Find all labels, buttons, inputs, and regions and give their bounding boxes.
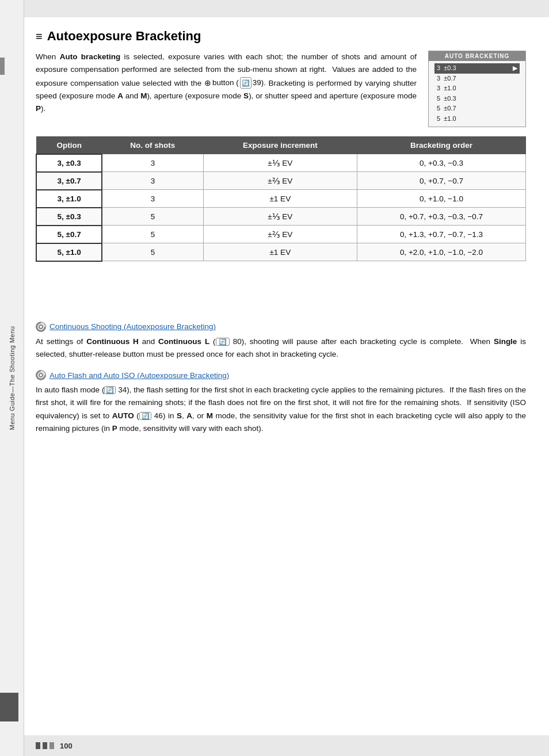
- spacer: [36, 276, 526, 322]
- menu-item-0: 3 ±0.3 ▶: [434, 63, 520, 74]
- intro-text: When Auto bracketing is selected, exposu…: [36, 51, 417, 115]
- increment-cell-3: ±⅓ EV: [203, 208, 357, 226]
- sidebar-label: Menu Guide—The Shooting Menu: [8, 320, 16, 436]
- table-header-order: Bracketing order: [357, 136, 526, 154]
- menu-box-header: AUTO BRACKETING: [429, 51, 525, 61]
- footer-bar-item-1: [36, 742, 40, 749]
- section-heading: Autoexposure Bracketing: [47, 29, 201, 44]
- table-header-increment: Exposure increment: [203, 136, 357, 154]
- option-cell-3: 5, ±0.3: [36, 208, 102, 226]
- menu-item-5: 5 ±1.0: [434, 114, 520, 124]
- increment-cell-5: ±1 EV: [203, 243, 357, 261]
- note-continuous-title-row: Continuous Shooting (Autoexposure Bracke…: [36, 322, 526, 332]
- note-icon-continuous: [36, 322, 46, 332]
- shots-cell-2: 3: [102, 190, 203, 208]
- menu-item-0-arrow: ▶: [513, 63, 517, 74]
- table-row: 3, ±0.3 3 ±⅓ EV 0, +0.3, −0.3: [36, 154, 526, 172]
- note-continuous-title: Continuous Shooting (Autoexposure Bracke…: [49, 322, 216, 331]
- increment-cell-4: ±⅔ EV: [203, 226, 357, 243]
- order-cell-0: 0, +0.3, −0.3: [357, 154, 526, 172]
- table-header-shots: No. of shots: [102, 136, 203, 154]
- table-header-option: Option: [36, 136, 102, 154]
- menu-item-3: 5 ±0.3: [434, 94, 520, 104]
- shots-cell-1: 3: [102, 172, 203, 190]
- order-cell-1: 0, +0.7, −0.7: [357, 172, 526, 190]
- order-cell-2: 0, +1.0, −1.0: [357, 190, 526, 208]
- footer-bar-item-3: [49, 742, 54, 749]
- option-cell-5: 5, ±1.0: [36, 243, 102, 261]
- document-icon: ≡: [36, 30, 43, 43]
- footer-bar-icons: [36, 742, 54, 749]
- sidebar-bookmark-top: [0, 58, 5, 75]
- order-cell-3: 0, +0.7, +0.3, −0.3, −0.7: [357, 208, 526, 226]
- section-title-block: ≡ Autoexposure Bracketing: [36, 29, 526, 44]
- menu-item-1: 3 ±0.7: [434, 74, 520, 84]
- order-cell-5: 0, +2.0, +1.0, −1.0, −2.0: [357, 243, 526, 261]
- shots-cell-5: 5: [102, 243, 203, 261]
- menu-item-2: 3 ±1.0: [434, 83, 520, 94]
- menu-item-4-label: 5 ±0.7: [437, 104, 456, 114]
- page-footer: 100: [24, 735, 549, 756]
- sidebar-bookmark-bottom: [0, 693, 18, 721]
- main-content: ≡ Autoexposure Bracketing When Auto brac…: [24, 0, 549, 756]
- table-row: 3, ±1.0 3 ±1 EV 0, +1.0, −1.0: [36, 190, 526, 208]
- page-number: 100: [60, 742, 73, 750]
- increment-cell-0: ±⅓ EV: [203, 154, 357, 172]
- option-cell-4: 5, ±0.7: [36, 226, 102, 243]
- table-row: 5, ±0.7 5 ±⅔ EV 0, +1.3, +0.7, −0.7, −1.…: [36, 226, 526, 243]
- increment-cell-1: ±⅔ EV: [203, 172, 357, 190]
- note-autoflash-body: In auto flash mode (🔄 34), the flash set…: [36, 384, 526, 435]
- note-continuous-shooting: Continuous Shooting (Autoexposure Bracke…: [36, 322, 526, 361]
- options-table: Option No. of shots Exposure increment B…: [36, 136, 526, 262]
- sidebar: Menu Guide—The Shooting Menu: [0, 0, 24, 756]
- menu-item-2-label: 3 ±1.0: [437, 83, 456, 94]
- table-row: 5, ±0.3 5 ±⅓ EV 0, +0.7, +0.3, −0.3, −0.…: [36, 208, 526, 226]
- menu-item-0-label: 3 ±0.3: [437, 63, 456, 74]
- menu-item-4: 5 ±0.7: [434, 104, 520, 114]
- note-continuous-body: At settings of Continuous H and Continuo…: [36, 335, 526, 361]
- menu-item-5-label: 5 ±1.0: [437, 114, 456, 124]
- menu-item-1-label: 3 ±0.7: [437, 74, 456, 84]
- note-icon-autoflash: [36, 370, 46, 380]
- intro-block: When Auto bracketing is selected, exposu…: [36, 51, 526, 127]
- menu-box-items: 3 ±0.3 ▶ 3 ±0.7 3 ±1.0 5 ±0.3 5 ±0.7 5 ±…: [429, 61, 525, 127]
- note-auto-flash: Auto Flash and Auto ISO (Autoexposure Br…: [36, 370, 526, 435]
- page-header-bar: [24, 0, 549, 17]
- increment-cell-2: ±1 EV: [203, 190, 357, 208]
- shots-cell-0: 3: [102, 154, 203, 172]
- table-row: 5, ±1.0 5 ±1 EV 0, +2.0, +1.0, −1.0, −2.…: [36, 243, 526, 261]
- footer-bar-item-2: [43, 742, 47, 749]
- note-autoflash-title: Auto Flash and Auto ISO (Autoexposure Br…: [49, 371, 229, 380]
- svg-point-5: [40, 374, 42, 376]
- shots-cell-4: 5: [102, 226, 203, 243]
- shots-cell-3: 5: [102, 208, 203, 226]
- note-autoflash-title-row: Auto Flash and Auto ISO (Autoexposure Br…: [36, 370, 526, 380]
- order-cell-4: 0, +1.3, +0.7, −0.7, −1.3: [357, 226, 526, 243]
- camera-menu-box: AUTO BRACKETING 3 ±0.3 ▶ 3 ±0.7 3 ±1.0 5…: [428, 51, 526, 127]
- menu-item-3-label: 5 ±0.3: [437, 94, 456, 104]
- option-cell-1: 3, ±0.7: [36, 172, 102, 190]
- option-cell-0: 3, ±0.3: [36, 154, 102, 172]
- svg-point-2: [40, 326, 42, 328]
- table-row: 3, ±0.7 3 ±⅔ EV 0, +0.7, −0.7: [36, 172, 526, 190]
- option-cell-2: 3, ±1.0: [36, 190, 102, 208]
